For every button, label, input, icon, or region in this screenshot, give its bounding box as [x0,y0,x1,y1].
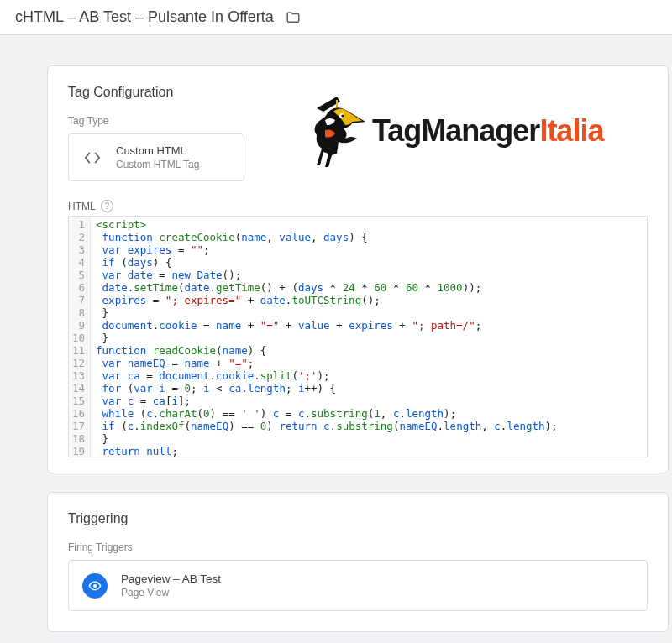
page-title[interactable]: cHTML – AB Test – Pulsante In Offerta [15,8,274,26]
folder-icon[interactable] [286,10,301,25]
page-body: Tag Configuration Tag Type Custom HTML C… [0,35,672,643]
help-icon[interactable]: ? [101,200,113,212]
woodpecker-icon [308,93,367,169]
trigger-primary: Pageview – AB Test [121,572,221,585]
tag-type-label: Tag Type [68,115,648,127]
html-editor-label: HTML [68,201,96,212]
code-body[interactable]: <script> function createCookie(name, val… [91,217,563,457]
watermark-logo: TagManagerItalia [308,93,603,169]
tag-type-primary: Custom HTML [116,144,199,157]
triggering-card: Triggering Firing Triggers Pageview – AB… [47,492,669,632]
tag-configuration-title: Tag Configuration [68,85,648,100]
trigger-secondary: Page View [121,587,221,599]
code-gutter: 12345678910111213141516171819 [69,217,91,457]
code-brackets-icon [81,146,104,170]
svg-rect-0 [336,100,338,107]
tag-configuration-card: Tag Configuration Tag Type Custom HTML C… [47,65,669,473]
tag-type-secondary: Custom HTML Tag [116,159,199,170]
firing-triggers-label: Firing Triggers [68,541,648,553]
trigger-row[interactable]: Pageview – AB Test Page View [68,560,648,611]
pageview-eye-icon [82,573,108,599]
triggering-title: Triggering [68,511,648,526]
tag-type-selector[interactable]: Custom HTML Custom HTML Tag [68,133,244,181]
svg-point-3 [93,584,97,588]
header-bar: cHTML – AB Test – Pulsante In Offerta [0,0,672,35]
html-code-editor[interactable]: 12345678910111213141516171819 <script> f… [68,216,648,457]
